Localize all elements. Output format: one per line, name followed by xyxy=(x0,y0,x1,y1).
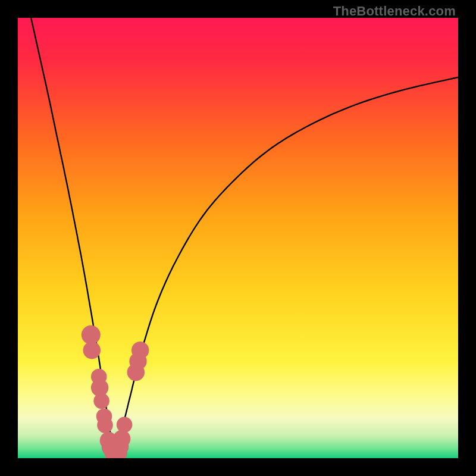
highlight-point xyxy=(93,393,109,409)
watermark-text: TheBottleneck.com xyxy=(333,4,456,19)
highlight-markers xyxy=(82,325,149,458)
highlight-point xyxy=(131,342,149,359)
highlight-point xyxy=(83,342,101,359)
plot-area xyxy=(18,18,458,458)
chart-frame: TheBottleneck.com xyxy=(0,0,476,476)
highlight-point xyxy=(82,325,101,345)
highlight-point xyxy=(113,430,130,447)
bottleneck-curve-right xyxy=(115,77,458,454)
highlight-point xyxy=(97,417,113,433)
curve-layer xyxy=(18,18,458,458)
highlight-point xyxy=(117,417,133,433)
